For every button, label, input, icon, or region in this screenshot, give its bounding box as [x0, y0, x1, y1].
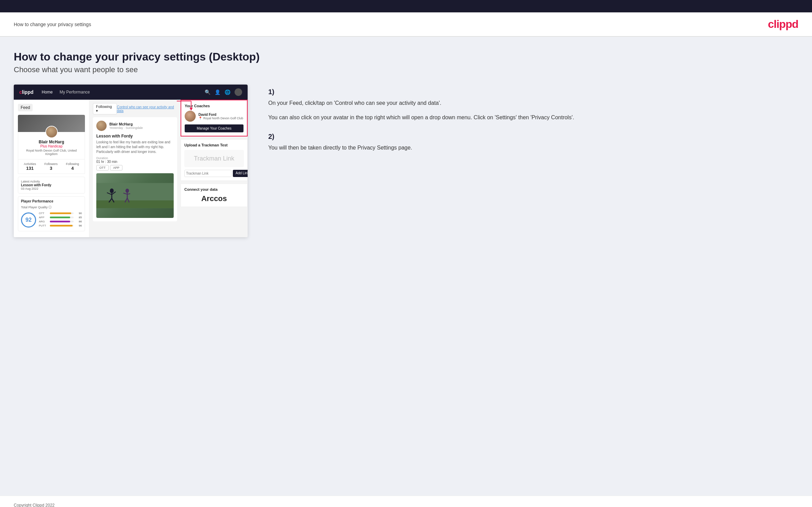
- profile-handicap: Plus Handicap: [21, 144, 82, 148]
- stat-following-label: Following: [66, 162, 79, 166]
- top-bar: [0, 0, 812, 12]
- stat-activities: Activities 131: [24, 162, 36, 171]
- following-select[interactable]: Following ▾: [93, 103, 117, 114]
- coach-info: David Ford 📍 Royal North Devon Golf Club: [198, 113, 243, 120]
- coach-club: 📍 Royal North Devon Golf Club: [198, 117, 243, 120]
- app-mockup: clippd Home My Performance 🔍 👤 🌐 Feed: [14, 85, 248, 237]
- feed-avatar: [96, 121, 107, 131]
- tag-ott: OTT: [96, 165, 109, 170]
- feed-tab[interactable]: Feed: [18, 104, 33, 111]
- instruction-step-1: 1) On your Feed, click/tap on 'Control w…: [268, 88, 798, 122]
- pp-bar-putt: PUTT 96: [39, 224, 82, 227]
- avatar-icon[interactable]: [235, 88, 242, 96]
- trackman-input[interactable]: [184, 170, 231, 177]
- app-right: Your Coaches David Ford 📍 Royal North De…: [181, 100, 248, 237]
- stat-followers-value: 3: [44, 166, 58, 171]
- pp-body: 92 OTT 90 APP 85: [21, 212, 82, 228]
- step1-text-1: On your Feed, click/tap on 'Control who …: [268, 99, 798, 108]
- app-nav-right: 🔍 👤 🌐: [205, 88, 242, 96]
- feed-user-name: Blair McHarg: [109, 122, 143, 126]
- pp-app-label: APP: [39, 216, 48, 219]
- latest-activity-label: Latest Activity: [21, 180, 82, 183]
- pp-app-value: 85: [75, 216, 82, 219]
- app-nav-links: Home My Performance: [42, 90, 205, 95]
- nav-home[interactable]: Home: [42, 90, 53, 95]
- app-logo: clippd: [19, 89, 33, 95]
- feed-duration: 01 hr : 30 min: [96, 160, 174, 164]
- latest-activity: Latest Activity Lesson with Fordy 03 Aug…: [18, 177, 85, 194]
- pp-ott-label: OTT: [39, 212, 48, 215]
- pp-putt-label: PUTT: [39, 224, 48, 227]
- pp-title: Player Performance: [21, 199, 82, 203]
- pp-quality-label: Total Player Quality ⓘ: [21, 205, 82, 210]
- breadcrumb: How to change your privacy settings: [14, 22, 91, 27]
- pp-arg-track: [50, 221, 74, 222]
- step2-text: You will then be taken directly to the P…: [268, 143, 798, 152]
- main-content: How to change your privacy settings (Des…: [0, 37, 812, 496]
- pp-arg-value: 86: [75, 220, 82, 223]
- pp-bar-arg: ARG 86: [39, 220, 82, 223]
- pp-putt-track: [50, 225, 74, 227]
- svg-point-2: [110, 188, 113, 193]
- instructions: 1) On your Feed, click/tap on 'Control w…: [261, 85, 798, 163]
- feed-duration-label: Duration: [96, 156, 174, 160]
- site-footer: Copyright Clippd 2022: [0, 496, 812, 507]
- score-circle: 92: [21, 212, 36, 228]
- step1-num: 1): [268, 88, 798, 96]
- pp-ott-track: [50, 212, 74, 214]
- trackman-input-row: Add Link: [184, 170, 244, 177]
- manage-coaches-btn[interactable]: Manage Your Coaches: [185, 124, 243, 132]
- user-icon[interactable]: 👤: [215, 89, 220, 95]
- content-layout: clippd Home My Performance 🔍 👤 🌐 Feed: [14, 85, 798, 237]
- trackman-panel: Upload a Trackman Test Trackman Link Add…: [181, 139, 248, 181]
- control-privacy-link[interactable]: Control who can see your activity and da…: [117, 105, 177, 113]
- coach-item: David Ford 📍 Royal North Devon Golf Club: [185, 111, 243, 122]
- feed-user-meta: Yesterday · Sunningdale: [109, 126, 143, 130]
- stat-following: Following 4: [66, 162, 79, 171]
- arccos-logo: Arccos: [184, 194, 244, 203]
- tag-app: APP: [110, 165, 122, 170]
- app-body: Feed Blair McHarg Plus Handicap Royal No…: [14, 100, 248, 237]
- site-header: How to change your privacy settings clip…: [0, 12, 812, 37]
- app-navbar: clippd Home My Performance 🔍 👤 🌐: [14, 85, 248, 100]
- connect-panel: Connect your data Arccos: [181, 184, 248, 207]
- feed-image: [96, 173, 174, 218]
- profile-card: Blair McHarg Plus Handicap Royal North D…: [18, 115, 85, 174]
- profile-club: Royal North Devon Golf Club, United King…: [21, 149, 82, 156]
- location-icon: 📍: [198, 117, 202, 120]
- profile-stats: Activities 131 Followers 3 Following 4: [18, 159, 85, 174]
- trackman-title: Upload a Trackman Test: [184, 143, 244, 147]
- trackman-add-btn[interactable]: Add Link: [233, 170, 248, 177]
- copyright: Copyright Clippd 2022: [14, 503, 55, 507]
- coach-avatar: [185, 111, 196, 122]
- feed-card: Blair McHarg Yesterday · Sunningdale Les…: [93, 117, 177, 221]
- step1-text-2: You can also click on your avatar in the…: [268, 113, 798, 122]
- feed-lesson-desc: Looking to feel like my hands are exitin…: [96, 140, 174, 154]
- profile-name: Blair McHarg: [21, 140, 82, 144]
- globe-icon[interactable]: 🌐: [225, 89, 230, 95]
- search-icon[interactable]: 🔍: [205, 89, 210, 95]
- coaches-panel: Your Coaches David Ford 📍 Royal North De…: [181, 100, 248, 136]
- latest-activity-title: Lesson with Fordy: [21, 183, 82, 187]
- nav-performance[interactable]: My Performance: [59, 90, 90, 95]
- pp-bars: OTT 90 APP 85 ARG: [39, 212, 82, 228]
- app-main: Following ▾ Control who can see your act…: [89, 100, 181, 237]
- step2-num: 2): [268, 133, 798, 141]
- pp-bar-ott: OTT 90: [39, 212, 82, 215]
- stat-following-value: 4: [66, 166, 79, 171]
- feed-tags: OTT APP: [96, 165, 174, 170]
- connect-title: Connect your data: [184, 187, 244, 191]
- stat-activities-label: Activities: [24, 162, 36, 166]
- player-performance: Player Performance Total Player Quality …: [18, 196, 85, 231]
- stat-followers-label: Followers: [44, 162, 58, 166]
- hero-subtitle: Choose what you want people to see: [14, 65, 798, 74]
- pp-bar-app: APP 85: [39, 216, 82, 219]
- app-sidebar: Feed Blair McHarg Plus Handicap Royal No…: [14, 100, 89, 237]
- following-bar: Following ▾ Control who can see your act…: [93, 103, 177, 114]
- hero-title: How to change your privacy settings (Des…: [14, 51, 798, 63]
- feed-user-info: Blair McHarg Yesterday · Sunningdale: [109, 122, 143, 130]
- pp-app-track: [50, 217, 74, 218]
- instruction-step-2: 2) You will then be taken directly to th…: [268, 133, 798, 152]
- svg-point-8: [126, 189, 129, 193]
- coach-name: David Ford: [198, 113, 243, 117]
